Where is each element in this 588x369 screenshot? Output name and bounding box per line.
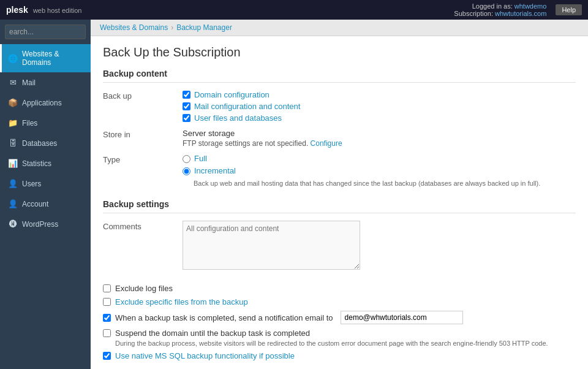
sidebar-item-mail[interactable]: ✉ Mail bbox=[0, 72, 91, 93]
backup-content-section: Backup content Back up Domain configurat… bbox=[103, 69, 576, 187]
configure-link[interactable]: Configure bbox=[311, 139, 342, 148]
search-box[interactable] bbox=[0, 20, 91, 44]
domain-config-link[interactable]: Domain configuration bbox=[194, 90, 270, 99]
user-files-checkbox[interactable] bbox=[183, 114, 190, 122]
domain-config-checkbox-row[interactable]: Domain configuration bbox=[183, 90, 576, 99]
sidebar-item-statistics[interactable]: 📊 Statistics bbox=[0, 153, 91, 173]
topbar-logo: plesk web host edition bbox=[6, 5, 81, 15]
backup-content-heading: Backup content bbox=[103, 69, 576, 83]
sidebar-item-databases[interactable]: 🗄 Databases bbox=[0, 133, 91, 153]
user-files-checkbox-row[interactable]: User files and databases bbox=[183, 113, 576, 123]
notification-row: When a backup task is completed, send a … bbox=[103, 311, 576, 324]
account-icon: 👤 bbox=[8, 199, 18, 208]
comments-value bbox=[183, 221, 576, 272]
content-area: Websites & Domains › Backup Manager Back… bbox=[91, 20, 588, 369]
mail-config-checkbox-row[interactable]: Mail configuration and content bbox=[183, 102, 576, 111]
users-icon: 👤 bbox=[8, 179, 18, 188]
store-type: Server storage bbox=[183, 129, 576, 138]
search-input[interactable] bbox=[5, 25, 86, 39]
exclude-log-label: Exclude log files bbox=[115, 284, 173, 293]
topbar-right: Logged in as: whtwdemo Subscription: whw… bbox=[454, 2, 582, 17]
sidebar-item-applications[interactable]: 📦 Applications bbox=[0, 93, 91, 113]
sidebar-item-wordpress[interactable]: 🅦 WordPress bbox=[0, 214, 91, 234]
full-radio-row[interactable]: Full bbox=[183, 154, 576, 163]
exclude-log-checkbox[interactable] bbox=[103, 284, 111, 292]
store-in-label: Store in bbox=[103, 129, 183, 139]
type-label: Type bbox=[103, 154, 183, 164]
sidebar-item-users[interactable]: 👤 Users bbox=[0, 173, 91, 194]
comments-row: Comments bbox=[103, 221, 576, 272]
statistics-icon: 📊 bbox=[8, 159, 18, 168]
suspend-checkbox[interactable] bbox=[103, 329, 111, 337]
breadcrumb-websites-domains[interactable]: Websites & Domains bbox=[100, 23, 168, 32]
incremental-note: Back up web and mail hosting data that h… bbox=[194, 180, 576, 187]
comments-textarea[interactable] bbox=[183, 221, 360, 270]
notification-checkbox[interactable] bbox=[103, 314, 111, 322]
native-sql-link[interactable]: Use native MS SQL backup functionality i… bbox=[115, 351, 295, 360]
backup-row: Back up Domain configuration Mail config… bbox=[103, 90, 576, 123]
suspend-label: Suspend the domain until the backup task… bbox=[115, 329, 310, 338]
settings-section: Exclude log files Exclude specific files… bbox=[103, 284, 576, 360]
native-sql-checkbox[interactable] bbox=[103, 352, 111, 360]
native-sql-row: Use native MS SQL backup functionality i… bbox=[103, 351, 576, 360]
incremental-radio[interactable] bbox=[183, 167, 190, 175]
notification-label: When a backup task is completed, send a … bbox=[115, 313, 333, 322]
exclude-log-row: Exclude log files bbox=[103, 284, 576, 293]
topbar-subscription[interactable]: whwtutorials.com bbox=[495, 10, 546, 17]
sidebar: 🌐 Websites & Domains ✉ Mail 📦 Applicatio… bbox=[0, 20, 91, 369]
incremental-radio-row[interactable]: Incremental bbox=[183, 166, 576, 175]
exclude-specific-checkbox[interactable] bbox=[103, 298, 111, 306]
suspend-note: During the backup process, website visit… bbox=[115, 340, 576, 347]
backup-settings-heading: Backup settings bbox=[103, 199, 576, 213]
full-label[interactable]: Full bbox=[194, 154, 207, 163]
breadcrumb-separator: › bbox=[171, 23, 173, 32]
backup-settings-section: Backup settings Comments bbox=[103, 199, 576, 272]
exclude-specific-row: Exclude specific files from the backup bbox=[103, 297, 576, 306]
notification-email-input[interactable] bbox=[341, 311, 463, 324]
back-up-label: Back up bbox=[103, 90, 183, 101]
suspend-row: Suspend the domain until the backup task… bbox=[103, 329, 576, 338]
exclude-specific-link[interactable]: Exclude specific files from the backup bbox=[115, 297, 248, 306]
type-value: Full Incremental Back up web and mail ho… bbox=[183, 154, 576, 187]
topbar: plesk web host edition Logged in as: wht… bbox=[0, 0, 588, 20]
wordpress-icon: 🅦 bbox=[8, 219, 18, 229]
files-icon: 📁 bbox=[8, 118, 18, 127]
globe-icon: 🌐 bbox=[8, 54, 18, 63]
ftp-notice: FTP storage settings are not specified. … bbox=[183, 139, 576, 148]
mail-config-checkbox[interactable] bbox=[183, 102, 190, 110]
domain-config-checkbox[interactable] bbox=[183, 91, 190, 99]
applications-icon: 📦 bbox=[8, 98, 18, 107]
sidebar-item-account[interactable]: 👤 Account bbox=[0, 194, 91, 214]
type-row: Type Full Incremental Back up web an bbox=[103, 154, 576, 187]
databases-icon: 🗄 bbox=[8, 139, 18, 148]
full-radio[interactable] bbox=[183, 155, 190, 163]
store-in-row: Store in Server storage FTP storage sett… bbox=[103, 129, 576, 148]
breadcrumb-backup-manager[interactable]: Backup Manager bbox=[176, 23, 232, 32]
comments-label: Comments bbox=[103, 221, 183, 231]
sidebar-item-files[interactable]: 📁 Files bbox=[0, 113, 91, 133]
mail-config-link[interactable]: Mail configuration and content bbox=[194, 102, 300, 111]
incremental-label[interactable]: Incremental bbox=[194, 166, 236, 175]
mail-icon: ✉ bbox=[8, 78, 18, 87]
page-body: Back Up the Subscription Backup content … bbox=[91, 36, 588, 369]
store-in-value: Server storage FTP storage settings are … bbox=[183, 129, 576, 148]
sidebar-item-websites-domains[interactable]: 🌐 Websites & Domains bbox=[0, 44, 91, 72]
page-title: Back Up the Subscription bbox=[103, 45, 576, 59]
user-files-link[interactable]: User files and databases bbox=[194, 113, 282, 123]
breadcrumb: Websites & Domains › Backup Manager bbox=[91, 20, 588, 36]
back-up-value: Domain configuration Mail configuration … bbox=[183, 90, 576, 123]
topbar-username[interactable]: whtwdemo bbox=[514, 2, 547, 10]
help-button[interactable]: Help bbox=[556, 4, 582, 15]
topbar-user-info: Logged in as: whtwdemo Subscription: whw… bbox=[454, 2, 546, 17]
